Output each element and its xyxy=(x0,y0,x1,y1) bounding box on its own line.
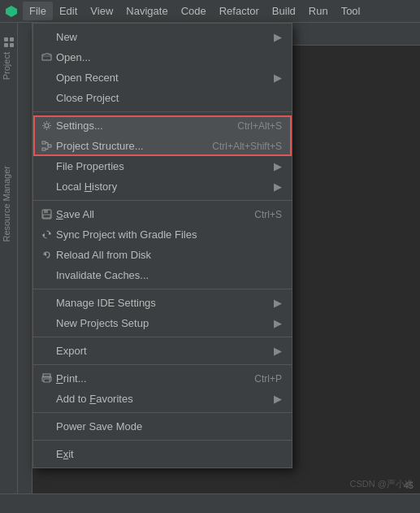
svg-rect-17 xyxy=(44,379,50,382)
add-favorites-icon xyxy=(40,393,53,406)
open-icon xyxy=(40,51,53,64)
export-icon xyxy=(40,345,53,358)
project-structure-icon xyxy=(40,140,53,153)
separator-1 xyxy=(33,111,292,112)
separator-4 xyxy=(33,337,292,337)
svg-rect-11 xyxy=(43,215,50,218)
svg-point-5 xyxy=(45,124,49,128)
highlighted-group: Settings... Ctrl+Alt+S Project Structure… xyxy=(33,115,292,156)
file-properties-icon xyxy=(40,160,53,173)
settings-shortcut: Ctrl+Alt+S xyxy=(221,120,282,132)
save-all-shortcut: Ctrl+S xyxy=(238,209,282,220)
close-project-icon xyxy=(40,92,53,105)
menu-item-manage-ide[interactable]: Manage IDE Settings ▶ xyxy=(33,293,292,313)
svg-point-18 xyxy=(49,377,50,379)
menu-item-print[interactable]: Print... Ctrl+P xyxy=(33,368,292,389)
separator-7 xyxy=(33,440,292,441)
settings-icon xyxy=(40,120,53,133)
add-favorites-arrow: ▶ xyxy=(274,393,282,405)
menu-item-power-save[interactable]: Power Save Mode xyxy=(33,416,292,437)
open-recent-icon xyxy=(40,72,53,85)
menu-item-settings[interactable]: Settings... Ctrl+Alt+S xyxy=(33,115,292,136)
print-icon xyxy=(40,372,53,385)
menu-item-reload-disk[interactable]: Reload All from Disk xyxy=(33,245,292,265)
new-projects-setup-arrow: ▶ xyxy=(274,317,282,329)
separator-2 xyxy=(33,200,292,201)
print-shortcut: Ctrl+P xyxy=(238,373,282,385)
local-history-arrow: ▶ xyxy=(274,180,282,193)
manage-ide-icon xyxy=(40,297,53,310)
menu-item-new[interactable]: New ▶ xyxy=(33,27,292,47)
menu-item-open[interactable]: Open... xyxy=(33,47,292,67)
menu-item-sync-gradle[interactable]: Sync Project with Gradle Files xyxy=(33,224,292,245)
menu-item-invalidate-caches[interactable]: Invalidate Caches... xyxy=(33,265,292,285)
file-properties-arrow: ▶ xyxy=(274,160,282,172)
export-arrow: ▶ xyxy=(274,345,282,357)
dropdown-overlay: New ▶ Open... Open Recent ▶ Close Projec… xyxy=(0,0,420,513)
new-arrow: ▶ xyxy=(274,31,282,43)
separator-6 xyxy=(33,412,292,413)
svg-rect-8 xyxy=(48,145,51,147)
power-save-icon xyxy=(40,420,53,433)
open-recent-arrow: ▶ xyxy=(274,72,282,84)
svg-rect-6 xyxy=(42,141,45,144)
manage-ide-arrow: ▶ xyxy=(274,297,282,309)
invalidate-caches-icon xyxy=(40,269,53,282)
separator-5 xyxy=(33,364,292,365)
sync-gradle-icon xyxy=(40,228,53,241)
exit-icon xyxy=(40,448,53,461)
file-dropdown-menu: New ▶ Open... Open Recent ▶ Close Projec… xyxy=(32,23,292,468)
menu-item-add-favorites[interactable]: Add to Favorites ▶ xyxy=(33,389,292,409)
menu-item-save-all[interactable]: Save All Ctrl+S xyxy=(33,204,292,224)
new-projects-setup-icon xyxy=(40,317,53,330)
menu-item-project-structure[interactable]: Project Structure... Ctrl+Alt+Shift+S xyxy=(33,136,292,156)
menu-item-new-projects-setup[interactable]: New Projects Setup ▶ xyxy=(33,313,292,333)
local-history-icon xyxy=(40,180,53,193)
save-all-icon xyxy=(40,208,53,221)
menu-item-close-project[interactable]: Close Project xyxy=(33,88,292,108)
menu-item-exit[interactable]: Exit xyxy=(33,444,292,464)
separator-3 xyxy=(33,289,292,289)
menu-item-export[interactable]: Export ▶ xyxy=(33,341,292,361)
svg-rect-7 xyxy=(42,148,45,150)
reload-disk-icon xyxy=(40,249,53,262)
menu-item-file-properties[interactable]: File Properties ▶ xyxy=(33,156,292,176)
project-structure-shortcut: Ctrl+Alt+Shift+S xyxy=(196,141,282,152)
menu-item-local-history[interactable]: Local History ▶ xyxy=(33,176,292,197)
new-icon xyxy=(40,31,53,44)
svg-rect-10 xyxy=(44,210,48,213)
menu-item-open-recent[interactable]: Open Recent ▶ xyxy=(33,67,292,88)
